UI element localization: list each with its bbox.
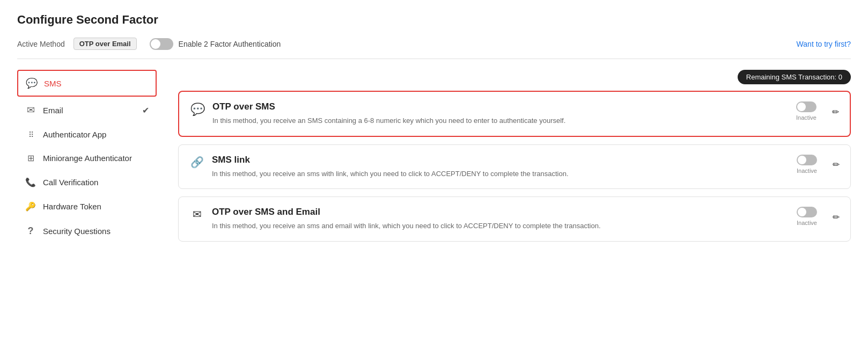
sms-link-status: Inactive bbox=[797, 168, 817, 174]
otp-sms-toggle[interactable] bbox=[796, 101, 816, 112]
otp-sms-email-description: In this method, you receive an sms and e… bbox=[212, 221, 783, 231]
sidebar-item-label: SMS bbox=[44, 79, 62, 88]
email-icon: ✉ bbox=[25, 104, 36, 116]
sidebar-item-authenticator-app[interactable]: ⠿ Authenticator App bbox=[17, 123, 157, 145]
active-method-label: Active Method bbox=[17, 40, 65, 48]
sms-link-title: SMS link bbox=[212, 155, 783, 165]
otp-sms-email-controls: Inactive ✏ bbox=[791, 207, 840, 226]
content-area: Remaining SMS Transaction: 0 💬 OTP over … bbox=[167, 70, 851, 249]
enable-2fa-toggle-wrapper: Enable 2 Factor Authentication bbox=[150, 38, 281, 50]
check-icon: ✔ bbox=[142, 105, 149, 115]
want-to-try-link[interactable]: Want to try first? bbox=[797, 40, 851, 48]
sidebar-item-label: Email bbox=[43, 106, 63, 115]
sms-link-description: In this method, you receive an sms with … bbox=[212, 169, 783, 179]
methods-list: 💬 OTP over SMS In this method, you recei… bbox=[178, 91, 851, 242]
sidebar-item-miniorange[interactable]: ⊞ Miniorange Authenticator bbox=[17, 147, 157, 170]
sidebar-item-label: Miniorange Authenticator bbox=[43, 154, 132, 163]
sidebar-item-label: Call Verification bbox=[43, 178, 98, 187]
security-questions-icon: ? bbox=[25, 225, 36, 237]
sms-link-info: SMS link In this method, you receive an … bbox=[212, 155, 783, 179]
enable-2fa-toggle[interactable] bbox=[150, 38, 173, 50]
otp-sms-toggle-group: Inactive bbox=[790, 101, 822, 121]
otp-sms-info: OTP over SMS In this method, you receive… bbox=[212, 101, 783, 126]
otp-sms-email-toggle[interactable] bbox=[797, 207, 817, 217]
otp-sms-icon: 💬 bbox=[190, 103, 205, 117]
page-title: Configure Second Factor bbox=[17, 13, 851, 27]
header-bar: Active Method OTP over Email Enable 2 Fa… bbox=[17, 38, 851, 59]
otp-sms-status: Inactive bbox=[796, 114, 816, 121]
miniorange-icon: ⊞ bbox=[25, 153, 36, 163]
otp-sms-edit-icon[interactable]: ✏ bbox=[832, 107, 839, 117]
sms-icon: 💬 bbox=[26, 77, 38, 89]
call-icon: 📞 bbox=[25, 177, 36, 187]
sidebar-item-sms[interactable]: 💬 SMS bbox=[17, 70, 157, 97]
method-card-otp-sms-email: ✉ OTP over SMS and Email In this method,… bbox=[178, 196, 851, 242]
sidebar-item-label: Authenticator App bbox=[43, 130, 106, 139]
page-wrapper: Configure Second Factor Active Method OT… bbox=[0, 0, 868, 364]
sms-link-toggle-group: Inactive bbox=[791, 155, 823, 174]
sidebar-item-hardware-token[interactable]: 🔑 Hardware Token bbox=[17, 195, 157, 218]
active-method-value: OTP over Email bbox=[73, 38, 137, 50]
otp-sms-email-info: OTP over SMS and Email In this method, y… bbox=[212, 207, 783, 231]
otp-sms-email-icon: ✉ bbox=[189, 208, 204, 221]
sidebar: 💬 SMS ✉ Email ✔ ⠿ Authenticator App ⊞ Mi… bbox=[17, 70, 167, 249]
otp-sms-email-edit-icon[interactable]: ✏ bbox=[833, 212, 840, 222]
sms-link-toggle[interactable] bbox=[797, 155, 817, 165]
remaining-sms-label: Remaining SMS Transaction: 0 bbox=[738, 70, 851, 84]
otp-sms-title: OTP over SMS bbox=[212, 101, 783, 112]
main-content: 💬 SMS ✉ Email ✔ ⠿ Authenticator App ⊞ Mi… bbox=[17, 70, 851, 249]
otp-sms-controls: Inactive ✏ bbox=[790, 101, 839, 121]
otp-sms-email-toggle-group: Inactive bbox=[791, 207, 823, 226]
method-card-sms-link: 🔗 SMS link In this method, you receive a… bbox=[178, 144, 851, 190]
sms-link-edit-icon[interactable]: ✏ bbox=[833, 159, 840, 170]
sidebar-item-email[interactable]: ✉ Email ✔ bbox=[17, 98, 157, 122]
sidebar-item-security-questions[interactable]: ? Security Questions bbox=[17, 219, 157, 243]
sms-link-controls: Inactive ✏ bbox=[791, 155, 840, 174]
authenticator-icon: ⠿ bbox=[25, 130, 36, 139]
sidebar-item-label: Security Questions bbox=[43, 227, 111, 236]
sidebar-item-label: Hardware Token bbox=[43, 202, 101, 211]
otp-sms-email-title: OTP over SMS and Email bbox=[212, 207, 783, 217]
otp-sms-email-status: Inactive bbox=[797, 220, 817, 226]
otp-sms-description: In this method, you receive an SMS conta… bbox=[212, 115, 783, 126]
hardware-token-icon: 🔑 bbox=[25, 201, 36, 212]
sidebar-item-call-verification[interactable]: 📞 Call Verification bbox=[17, 171, 157, 194]
method-card-otp-sms: 💬 OTP over SMS In this method, you recei… bbox=[178, 91, 851, 137]
sms-link-icon: 🔗 bbox=[189, 156, 204, 169]
enable-2fa-label: Enable 2 Factor Authentication bbox=[179, 40, 281, 48]
